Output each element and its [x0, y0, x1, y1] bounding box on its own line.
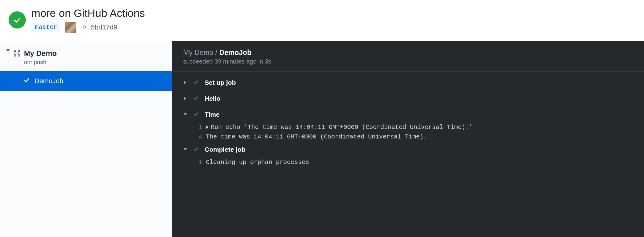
sidebar-job-demojob[interactable]: DemoJob [0, 71, 172, 91]
log-text: Run echo 'The time was 14:04:11 GMT+0000… [211, 122, 473, 132]
chevron-right-icon [183, 97, 187, 100]
chevron-right-icon [183, 81, 187, 84]
svg-point-5 [18, 50, 20, 51]
svg-marker-3 [6, 49, 10, 52]
svg-marker-12 [183, 148, 187, 150]
log-panel: My Demo / DemoJob succeeded 39 minutes a… [172, 41, 644, 237]
sidebar: My Demo on: push DemoJob [0, 41, 172, 237]
breadcrumb: My Demo / DemoJob [183, 49, 644, 57]
step-hello[interactable]: Hello [183, 91, 644, 107]
step-name: Complete job [205, 146, 245, 153]
success-status-icon [9, 11, 26, 29]
run-header: more on GitHub Actions master 5bd17d9 [0, 0, 644, 41]
svg-marker-9 [184, 97, 186, 100]
chevron-right-icon [206, 125, 209, 129]
commit-icon [80, 23, 88, 31]
log-line: 1 Cleaning up orphan processes [188, 157, 644, 167]
step-name: Time [205, 111, 220, 118]
log-lines-complete: 1 Cleaning up orphan processes [183, 157, 644, 167]
run-title: more on GitHub Actions [31, 7, 145, 19]
log-text: Cleaning up orphan processes [206, 157, 309, 167]
svg-point-6 [14, 54, 16, 56]
svg-point-4 [14, 50, 16, 51]
check-icon [23, 77, 30, 85]
commit-sha[interactable]: 5bd17d9 [91, 23, 117, 31]
line-number: 1 [188, 157, 202, 167]
workflow-trigger: on: push [24, 59, 57, 66]
check-icon [193, 95, 199, 102]
svg-point-7 [18, 54, 20, 56]
line-number: 4 [188, 132, 202, 142]
chevron-down-icon [183, 113, 187, 116]
check-icon [193, 111, 199, 118]
workflow-header[interactable]: My Demo on: push [0, 41, 172, 71]
log-line[interactable]: 1 Run echo 'The time was 14:04:11 GMT+00… [188, 122, 644, 132]
svg-marker-8 [184, 81, 186, 84]
step-complete-job[interactable]: Complete job [183, 142, 644, 157]
branch-pill[interactable]: master [31, 22, 61, 32]
chevron-down-icon [6, 49, 10, 52]
svg-marker-11 [206, 125, 208, 129]
step-name: Set up job [205, 79, 236, 86]
log-text: The time was 14:04:11 GMT+0000 (Coordina… [206, 132, 427, 142]
step-name: Hello [205, 95, 220, 102]
check-icon [193, 79, 199, 86]
step-setup-job[interactable]: Set up job [183, 75, 644, 91]
workflow-name: My Demo [24, 49, 57, 58]
svg-marker-10 [183, 113, 187, 115]
check-icon [193, 146, 199, 153]
step-time[interactable]: Time [183, 107, 644, 122]
svg-point-0 [83, 26, 85, 28]
avatar[interactable] [65, 22, 76, 33]
log-lines-time: 1 Run echo 'The time was 14:04:11 GMT+00… [183, 122, 644, 142]
job-name: DemoJob [34, 77, 63, 85]
chevron-down-icon [183, 148, 187, 151]
line-number: 1 [188, 122, 202, 132]
run-status-text: succeeded 39 minutes ago in 3s [183, 58, 644, 71]
log-line: 4 The time was 14:04:11 GMT+0000 (Coordi… [188, 132, 644, 142]
workflow-icon [13, 49, 21, 58]
